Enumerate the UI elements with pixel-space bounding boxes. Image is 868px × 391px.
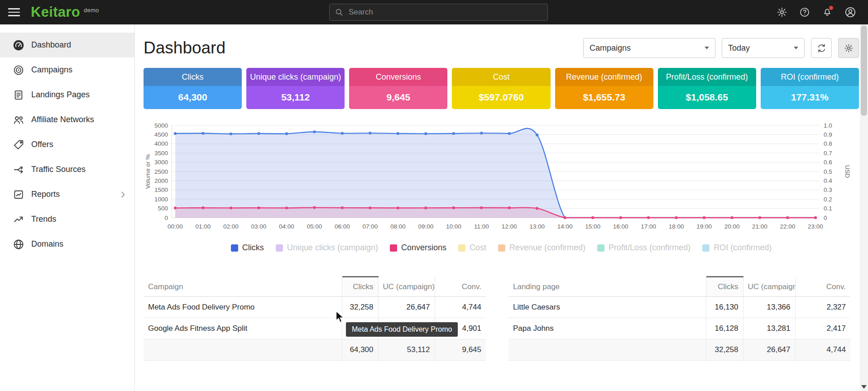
svg-text:1.0: 1.0	[824, 122, 832, 129]
svg-text:00:00: 00:00	[168, 223, 183, 230]
table-row[interactable]: Papa Johns16,12813,2812,417	[508, 318, 850, 339]
metric-card-cost[interactable]: Cost$597.0760	[452, 68, 550, 109]
scrollbar-thumb[interactable]	[861, 25, 867, 116]
people-icon	[13, 114, 24, 126]
legend-label: Clicks	[242, 243, 264, 253]
svg-text:01:00: 01:00	[196, 223, 211, 230]
dashboard-settings-button[interactable]	[838, 38, 859, 58]
table-row[interactable]: Meta Ads Food Delivery Promo32,25826,647…	[144, 297, 486, 318]
legend-item-roi-confirmed-[interactable]: ROI (confirmed)	[702, 243, 772, 253]
app-logo[interactable]: Keitarodemo	[31, 4, 99, 20]
chart-legend: ClicksUnique clicks (campaign)Conversion…	[144, 243, 859, 253]
svg-text:0.4: 0.4	[824, 177, 832, 184]
svg-text:USD: USD	[844, 165, 850, 178]
metric-card-roi-confirmed-[interactable]: ROI (confirmed)177.31%	[761, 68, 859, 109]
hamburger-menu-icon[interactable]	[7, 5, 21, 19]
svg-text:04:00: 04:00	[279, 223, 294, 230]
legend-item-profit-loss-confirmed-[interactable]: Profit/Loss (confirmed)	[597, 243, 691, 253]
svg-text:09:00: 09:00	[418, 223, 433, 230]
help-icon[interactable]	[799, 7, 810, 18]
row-hover-tooltip: Meta Ads Food Delivery Promo	[346, 322, 458, 337]
sidebar-item-trends[interactable]: Trends	[0, 207, 134, 232]
sidebar-item-label: Traffic Sources	[31, 165, 86, 174]
column-header-clicks[interactable]: Clicks	[342, 277, 378, 297]
svg-text:3500: 3500	[154, 150, 168, 157]
legend-item-cost[interactable]: Cost	[458, 243, 486, 253]
legend-swatch	[276, 244, 283, 252]
column-header-landing-page[interactable]: Landing page	[508, 277, 706, 297]
page-scrollbar[interactable]	[860, 24, 868, 391]
svg-text:21:00: 21:00	[752, 223, 767, 230]
total-cell: 64,300	[342, 339, 378, 361]
sidebar-item-label: Trends	[31, 215, 56, 224]
metric-card-revenue-confirmed-[interactable]: Revenue (confirmed)$1,655.73	[555, 68, 653, 109]
column-header-conv-[interactable]: Conv.	[435, 277, 486, 297]
sidebar-item-label: Campaigns	[31, 65, 72, 75]
metrics-row: Clicks64,300Unique clicks (campaign)53,1…	[144, 68, 859, 109]
search-input[interactable]	[329, 4, 548, 21]
column-header-conv-[interactable]: Conv.	[795, 277, 850, 297]
campaigns-filter-select[interactable]: Campaigns	[583, 38, 715, 58]
sidebar-item-campaigns[interactable]: Campaigns	[0, 57, 134, 82]
notifications-bell-icon[interactable]	[822, 7, 833, 18]
landings-table: Landing pageClicksUC (campaign)Conv.Litt…	[508, 276, 850, 361]
account-avatar-icon[interactable]	[844, 6, 856, 18]
sidebar-item-reports[interactable]: Reports	[0, 182, 134, 207]
page-icon	[13, 89, 24, 101]
sidebar-item-offers[interactable]: Offers	[0, 132, 134, 157]
table-cell: 32,258	[342, 297, 378, 318]
sidebar-item-landings-pages[interactable]: Landings Pages	[0, 82, 134, 107]
metric-card-conversions[interactable]: Conversions9,645	[349, 68, 447, 109]
svg-text:17:00: 17:00	[641, 223, 656, 230]
page-title: Dashboard	[144, 38, 225, 57]
table-cell: 16,130	[706, 297, 743, 318]
svg-text:12:00: 12:00	[502, 223, 517, 230]
chart-area: 005000.110000.215000.320000.425000.53000…	[144, 121, 859, 237]
metric-card-unique-clicks-campaign-[interactable]: Unique clicks (campaign)53,112	[246, 68, 345, 109]
gauge-icon	[13, 39, 24, 51]
metric-card-clicks[interactable]: Clicks64,300	[144, 68, 242, 109]
table-cell: 13,281	[743, 318, 795, 339]
metric-label: Clicks	[144, 68, 242, 86]
legend-swatch	[597, 244, 604, 252]
metric-label: Profit/Loss (confirmed)	[658, 68, 756, 86]
sidebar-item-traffic-sources[interactable]: Traffic Sources	[0, 157, 134, 182]
metric-label: Conversions	[349, 68, 447, 86]
report-icon	[13, 189, 24, 200]
date-range-select[interactable]: Today	[722, 38, 805, 58]
legend-item-clicks[interactable]: Clicks	[231, 243, 264, 253]
svg-text:1500: 1500	[154, 186, 168, 193]
legend-item-conversions[interactable]: Conversions	[390, 243, 446, 253]
column-header-clicks[interactable]: Clicks	[706, 277, 743, 297]
notification-badge	[829, 6, 833, 10]
svg-text:19:00: 19:00	[696, 223, 712, 230]
refresh-button[interactable]	[811, 38, 832, 58]
dashboard-line-chart: 005000.110000.215000.320000.425000.53000…	[144, 121, 850, 235]
svg-text:2000: 2000	[154, 177, 168, 184]
search-icon	[334, 7, 344, 17]
table-cell: Little Caesars	[508, 297, 706, 318]
column-header-uc-campaign-[interactable]: UC (campaign)	[743, 277, 795, 297]
date-range-value: Today	[728, 43, 750, 53]
legend-item-revenue-confirmed-[interactable]: Revenue (confirmed)	[498, 243, 585, 253]
svg-text:14:00: 14:00	[557, 223, 573, 230]
column-header-uc-campaign-[interactable]: UC (campaign)	[378, 277, 435, 297]
table-row[interactable]: Little Caesars16,13013,3662,327	[508, 297, 850, 318]
legend-swatch	[231, 244, 238, 252]
sidebar-item-affiliate-networks[interactable]: Affiliate Networks	[0, 107, 134, 132]
svg-text:07:00: 07:00	[362, 223, 378, 230]
column-header-campaign[interactable]: Campaign	[144, 277, 342, 297]
sidebar-item-domains[interactable]: Domains	[0, 232, 134, 257]
table-cell: 16,128	[706, 318, 743, 339]
settings-gear-icon[interactable]	[777, 7, 787, 18]
metric-label: Revenue (confirmed)	[555, 68, 653, 86]
legend-swatch	[390, 244, 397, 252]
svg-text:11:00: 11:00	[474, 223, 489, 230]
legend-label: Profit/Loss (confirmed)	[609, 243, 691, 253]
scroll-down-arrow-icon[interactable]	[861, 385, 867, 389]
svg-text:3000: 3000	[154, 159, 168, 166]
total-cell	[144, 339, 342, 361]
sidebar-item-dashboard[interactable]: Dashboard	[0, 33, 134, 57]
metric-card-profit-loss-confirmed-[interactable]: Profit/Loss (confirmed)$1,058.65	[658, 68, 756, 109]
legend-item-unique-clicks-campaign-[interactable]: Unique clicks (campaign)	[276, 243, 378, 253]
